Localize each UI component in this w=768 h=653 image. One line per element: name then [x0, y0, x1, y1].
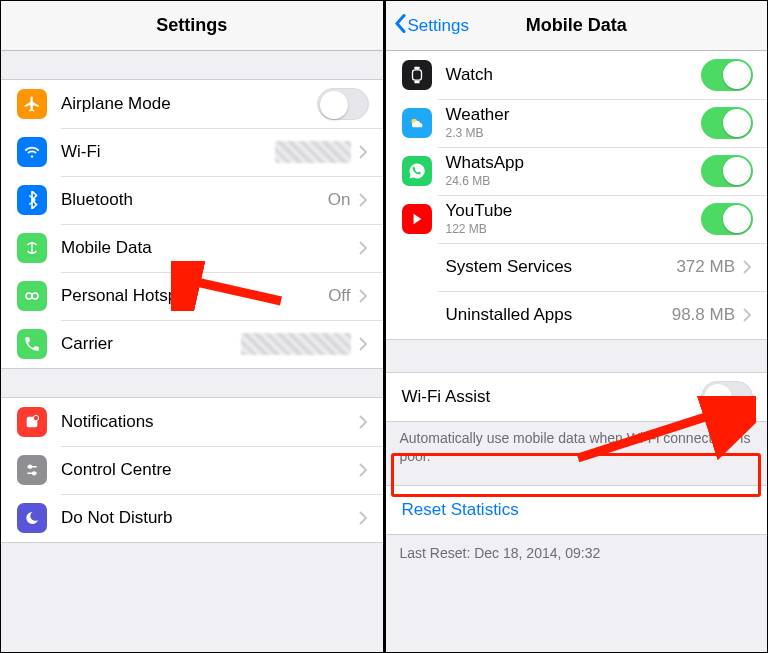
row-app-watch[interactable]: Watch	[386, 51, 768, 99]
reset-statistics-button[interactable]: Reset Statistics	[386, 485, 768, 535]
chevron-right-icon	[359, 289, 369, 303]
youtube-toggle[interactable]	[701, 203, 753, 235]
row-dnd[interactable]: Do Not Disturb	[1, 494, 383, 542]
chevron-right-icon	[359, 145, 369, 159]
row-personal-hotspot[interactable]: Personal Hotspot Off	[1, 272, 383, 320]
whatsapp-label: WhatsApp 24.6 MB	[446, 154, 702, 188]
chevron-right-icon	[743, 260, 753, 274]
page-title-right: Mobile Data	[526, 15, 627, 36]
svg-point-5	[29, 465, 32, 468]
bluetooth-label: Bluetooth	[61, 191, 328, 210]
uninstalled-apps-label: Uninstalled Apps	[446, 306, 672, 325]
bluetooth-value: On	[328, 190, 351, 210]
chevron-right-icon	[359, 415, 369, 429]
row-bluetooth[interactable]: Bluetooth On	[1, 176, 383, 224]
dnd-icon	[17, 503, 47, 533]
youtube-app-icon	[402, 204, 432, 234]
system-services-label: System Services	[446, 258, 677, 277]
left-header: Settings	[1, 1, 383, 51]
svg-rect-10	[414, 81, 419, 84]
mobile-data-label: Mobile Data	[61, 239, 359, 258]
mobile-data-pane: Settings Mobile Data Watch	[386, 1, 768, 652]
row-notifications[interactable]: Notifications	[1, 398, 383, 446]
control-centre-icon	[17, 455, 47, 485]
right-header: Settings Mobile Data	[386, 1, 768, 51]
row-uninstalled-apps[interactable]: Uninstalled Apps 98.8 MB	[386, 291, 768, 339]
chevron-right-icon	[743, 308, 753, 322]
svg-point-4	[33, 415, 38, 420]
svg-point-6	[33, 472, 36, 475]
carrier-icon	[17, 329, 47, 359]
row-app-weather[interactable]: Weather 2.3 MB	[386, 99, 768, 147]
uninstalled-apps-value: 98.8 MB	[672, 305, 735, 325]
back-label: Settings	[408, 16, 469, 36]
notifications-label: Notifications	[61, 413, 359, 432]
row-mobile-data[interactable]: Mobile Data	[1, 224, 383, 272]
mobile-data-icon	[17, 233, 47, 263]
system-services-value: 372 MB	[676, 257, 735, 277]
row-wifi-assist[interactable]: Wi-Fi Assist	[386, 373, 768, 421]
bluetooth-icon	[17, 185, 47, 215]
wifi-assist-label: Wi-Fi Assist	[402, 388, 702, 407]
chevron-right-icon	[359, 241, 369, 255]
whatsapp-toggle[interactable]	[701, 155, 753, 187]
row-carrier[interactable]: Carrier	[1, 320, 383, 368]
page-title-left: Settings	[156, 15, 227, 36]
settings-pane: Settings Airplane Mode Wi-Fi	[1, 1, 386, 652]
back-button[interactable]: Settings	[394, 13, 469, 38]
weather-app-icon	[402, 108, 432, 138]
svg-rect-8	[412, 70, 421, 80]
wifi-value-blurred	[275, 141, 351, 163]
control-centre-label: Control Centre	[61, 461, 359, 480]
wifi-assist-toggle[interactable]	[701, 381, 753, 413]
chevron-right-icon	[359, 337, 369, 351]
weather-label: Weather 2.3 MB	[446, 106, 702, 140]
watch-label: Watch	[446, 66, 702, 85]
row-airplane-mode[interactable]: Airplane Mode	[1, 80, 383, 128]
chevron-right-icon	[359, 193, 369, 207]
notifications-icon	[17, 407, 47, 437]
hotspot-value: Off	[328, 286, 350, 306]
row-wifi[interactable]: Wi-Fi	[1, 128, 383, 176]
svg-point-0	[31, 155, 33, 157]
watch-app-icon	[402, 60, 432, 90]
wifi-icon	[17, 137, 47, 167]
last-reset-text: Last Reset: Dec 18, 2014, 09:32	[386, 535, 768, 571]
airplane-toggle[interactable]	[317, 88, 369, 120]
weather-toggle[interactable]	[701, 107, 753, 139]
chevron-left-icon	[394, 13, 406, 38]
airplane-icon	[17, 89, 47, 119]
dnd-label: Do Not Disturb	[61, 509, 359, 528]
svg-rect-9	[414, 67, 419, 70]
row-system-services[interactable]: System Services 372 MB	[386, 243, 768, 291]
whatsapp-app-icon	[402, 156, 432, 186]
youtube-label: YouTube 122 MB	[446, 202, 702, 236]
chevron-right-icon	[359, 511, 369, 525]
carrier-label: Carrier	[61, 335, 241, 354]
row-app-youtube[interactable]: YouTube 122 MB	[386, 195, 768, 243]
hotspot-label: Personal Hotspot	[61, 287, 328, 306]
hotspot-icon	[17, 281, 47, 311]
svg-point-1	[26, 293, 32, 299]
svg-point-2	[32, 293, 38, 299]
row-control-centre[interactable]: Control Centre	[1, 446, 383, 494]
wifi-label: Wi-Fi	[61, 143, 275, 162]
watch-toggle[interactable]	[701, 59, 753, 91]
carrier-value-blurred	[241, 333, 351, 355]
chevron-right-icon	[359, 463, 369, 477]
wifi-assist-desc: Automatically use mobile data when Wi-Fi…	[386, 422, 768, 473]
airplane-label: Airplane Mode	[61, 95, 317, 114]
row-app-whatsapp[interactable]: WhatsApp 24.6 MB	[386, 147, 768, 195]
